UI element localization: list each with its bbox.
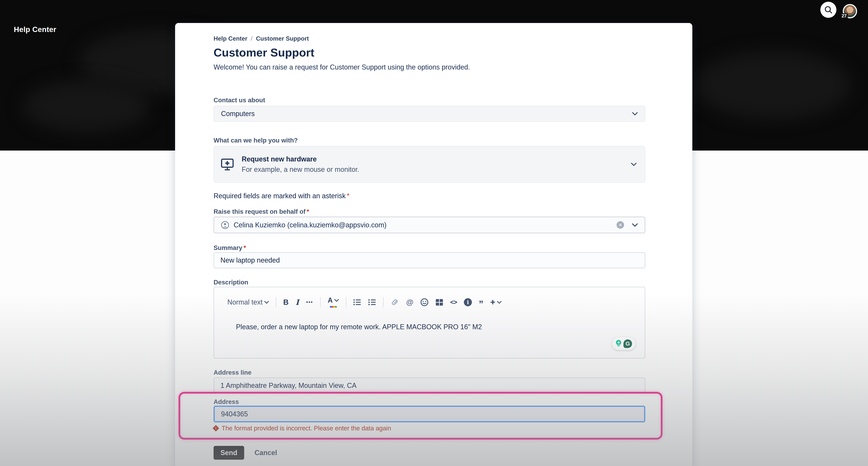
- summary-value: New laptop needed: [220, 256, 280, 264]
- required-asterisk: *: [243, 244, 246, 251]
- bold-icon[interactable]: B: [283, 298, 288, 307]
- numbered-list-icon[interactable]: [368, 299, 376, 306]
- cloud-decoration: [696, 51, 851, 119]
- page-title: Customer Support: [214, 46, 645, 59]
- mention-icon[interactable]: @: [406, 298, 413, 307]
- welcome-text: Welcome! You can raise a request for Cus…: [214, 63, 645, 71]
- contact-about-select[interactable]: Computers: [214, 106, 645, 122]
- chevron-down-icon: [632, 112, 638, 116]
- chevron-down-icon: [631, 163, 637, 166]
- request-type-title: Request new hardware: [242, 155, 359, 163]
- help-center-page: Help Center 27 Help Center / Customer Su…: [0, 0, 868, 466]
- breadcrumb-customer-support[interactable]: Customer Support: [256, 35, 309, 42]
- bullet-list-icon[interactable]: [353, 299, 361, 306]
- description-editor[interactable]: Normal text B I ⋯ A: [214, 287, 645, 358]
- breadcrumb: Help Center / Customer Support: [214, 35, 645, 42]
- cancel-button[interactable]: Cancel: [254, 449, 277, 457]
- new-hardware-icon: [220, 157, 235, 172]
- behalf-label: Raise this request on behalf of*: [214, 208, 645, 215]
- behalf-value: Celina Kuziemko (celina.kuziemko@appsvio…: [234, 221, 386, 229]
- search-button[interactable]: [820, 2, 836, 18]
- quote-icon[interactable]: ”: [479, 301, 484, 307]
- form-actions: Send Cancel: [214, 446, 645, 460]
- grammarly-suggestion-icon: [615, 340, 622, 348]
- grammarly-logo: G: [623, 340, 632, 348]
- request-type-select[interactable]: Request new hardware For example, a new …: [214, 146, 645, 183]
- required-asterisk: *: [347, 192, 349, 200]
- info-panel-icon[interactable]: i: [464, 298, 472, 306]
- italic-icon[interactable]: I: [296, 298, 299, 307]
- breadcrumb-help-center[interactable]: Help Center: [214, 35, 247, 42]
- notification-count-badge: 27: [840, 13, 848, 19]
- request-type-subtitle: For example, a new mouse or monitor.: [242, 166, 359, 174]
- table-icon[interactable]: [435, 299, 443, 306]
- address-line-label: Address line: [214, 369, 645, 376]
- search-icon: [825, 6, 832, 14]
- required-fields-note: Required fields are marked with an aster…: [214, 192, 645, 200]
- summary-label: Summary*: [214, 244, 645, 252]
- more-formatting-icon[interactable]: ⋯: [306, 298, 313, 306]
- address-line-input[interactable]: 1 Amphitheatre Parkway, Mountain View, C…: [214, 378, 645, 394]
- required-asterisk: *: [307, 208, 309, 215]
- breadcrumb-separator: /: [251, 35, 253, 42]
- clear-selection-icon[interactable]: ✕: [617, 221, 624, 229]
- editor-toolbar: Normal text B I ⋯ A: [227, 294, 501, 310]
- address-highlight-annotation: [179, 392, 662, 440]
- contact-about-value: Computers: [221, 110, 255, 118]
- helpcenter-brand[interactable]: Help Center: [14, 25, 56, 34]
- text-style-dropdown[interactable]: Normal text: [227, 298, 269, 306]
- summary-input[interactable]: New laptop needed: [214, 252, 645, 268]
- address-line-value: 1 Amphitheatre Parkway, Mountain View, C…: [220, 382, 356, 389]
- help-with-label: What can we help you with?: [214, 137, 645, 144]
- code-icon[interactable]: <>: [450, 299, 457, 306]
- send-button[interactable]: Send: [214, 446, 244, 460]
- text-color-dropdown[interactable]: A: [328, 297, 339, 308]
- description-label: Description: [214, 279, 645, 286]
- person-icon: [221, 221, 229, 229]
- contact-about-label: Contact us about: [214, 96, 645, 104]
- link-icon[interactable]: [391, 298, 399, 306]
- description-content[interactable]: Please, order a new laptop for my remote…: [236, 323, 482, 331]
- behalf-select[interactable]: Celina Kuziemko (celina.kuziemko@appsvio…: [214, 216, 645, 233]
- chevron-down-icon[interactable]: [632, 223, 638, 227]
- grammarly-widget[interactable]: G: [612, 337, 636, 350]
- emoji-icon[interactable]: [421, 298, 429, 306]
- cloud-decoration: [23, 81, 149, 132]
- insert-more-dropdown[interactable]: +: [490, 297, 501, 307]
